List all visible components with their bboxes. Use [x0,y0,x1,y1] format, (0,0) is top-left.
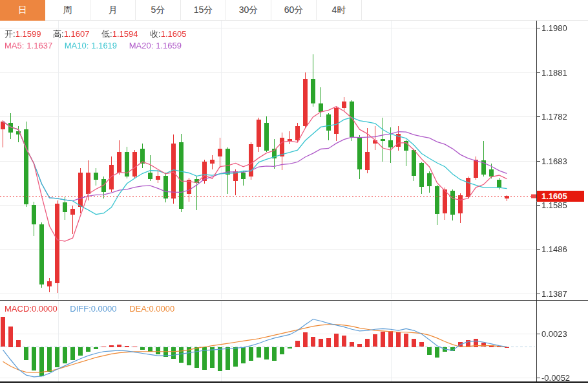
tab-60分[interactable]: 60分 [271,0,317,21]
close-value: 1.1605 [161,29,187,39]
macd-axis-label: -0.0052 [541,372,570,383]
tab-周[interactable]: 周 [45,0,90,21]
tab-15分[interactable]: 15分 [181,0,226,21]
ma20-label: MA20: [129,41,154,50]
price-axis-label: 1.1782 [541,111,567,122]
macd-legend: MACD:0.0000 DIFF:0.0000 DEA:0.0000 [5,304,174,314]
ma5-value: 1.1637 [26,41,52,50]
price-badge: 1.1605 [537,191,584,202]
high-value: 1.1607 [64,29,90,39]
price-axis-label: 1.1683 [541,156,567,167]
ma10-value: 1.1619 [91,41,117,50]
ma10-label: MA10: [65,41,89,50]
dea-label: DEA: [129,304,149,314]
ohlc-legend: 开:1.1599 高:1.1607 低:1.1594 收:1.1605 [5,28,196,40]
low-label: 低: [101,29,112,39]
diff-value: 0.0000 [91,304,117,314]
ma5-label: MA5: [5,41,24,50]
close-label: 收: [150,29,161,39]
open-value: 1.1599 [16,29,41,39]
timeframe-tabs: 日周月5分15分30分60分4时 [0,0,588,21]
tab-月[interactable]: 月 [90,0,136,21]
price-axis-label: 1.1881 [541,67,567,78]
tab-日[interactable]: 日 [0,0,45,21]
tab-4时[interactable]: 4时 [317,0,362,21]
price-axis-label: 1.1486 [541,244,567,255]
diff-label: DIFF: [70,304,91,314]
price-axis-label: 1.1980 [541,23,567,34]
dea-value: 0.0000 [149,304,175,314]
low-value: 1.1594 [112,29,138,39]
candlestick-chart-canvas[interactable] [0,0,588,386]
macd-value: 0.0000 [32,304,58,314]
macd-label: MACD: [5,304,32,314]
macd-axis-label: 0.0023 [541,328,567,339]
tab-5分[interactable]: 5分 [136,0,181,21]
price-axis-label: 1.1387 [541,288,567,299]
high-label: 高: [53,29,64,39]
ma20-value: 1.1659 [156,41,182,50]
tab-30分[interactable]: 30分 [226,0,271,21]
open-label: 开: [5,29,16,39]
ma-legend: MA5:1.1637 MA10:1.1619 MA20:1.1659 [5,41,182,50]
